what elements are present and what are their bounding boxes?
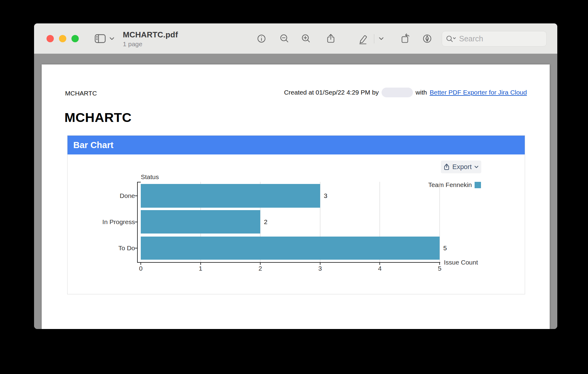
search-icon	[446, 35, 456, 43]
zoom-out-button[interactable]	[278, 32, 291, 45]
bar-to-do	[141, 237, 440, 260]
x-tick-label: 0	[139, 265, 143, 272]
rotate-button[interactable]	[399, 32, 412, 45]
minimize-button[interactable]	[59, 35, 66, 42]
exporter-link[interactable]: Better PDF Exporter for Jira Cloud	[430, 89, 527, 96]
with-text: with	[416, 89, 427, 96]
bar-done	[141, 184, 320, 208]
window-title: MCHARTC.pdf	[123, 30, 178, 40]
x-tick-label: 2	[258, 265, 262, 272]
category-label: In Progress	[83, 210, 135, 234]
share-icon	[325, 33, 337, 45]
pdf-viewer[interactable]: MCHARTC Created at 01/Sep/22 4:29 PM by …	[34, 54, 557, 329]
document-header-left: MCHARTC	[65, 90, 97, 97]
info-button[interactable]	[255, 32, 268, 45]
rotate-icon	[399, 33, 411, 45]
pdf-page: MCHARTC Created at 01/Sep/22 4:29 PM by …	[42, 64, 550, 329]
zoom-out-icon	[278, 33, 291, 45]
redacted-author	[382, 88, 413, 97]
search-field[interactable]	[442, 31, 547, 47]
created-at-text: Created at 01/Sep/22 4:29 PM by	[284, 89, 379, 96]
zoom-in-icon	[300, 33, 312, 45]
x-tick	[200, 262, 201, 265]
x-tick	[439, 262, 440, 265]
toolbar-divider	[374, 34, 374, 43]
x-tick	[320, 262, 320, 265]
x-tick	[260, 262, 261, 265]
document-header-right: Created at 01/Sep/22 4:29 PM by with Bet…	[284, 88, 527, 97]
info-icon	[255, 33, 268, 45]
search-input[interactable]	[459, 34, 543, 43]
markup-icon	[357, 33, 369, 45]
traffic-lights	[47, 35, 79, 42]
x-tick	[140, 262, 141, 265]
x-axis	[137, 262, 440, 263]
x-tick-label: 1	[199, 265, 202, 272]
window-title-block: MCHARTC.pdf 1 page	[123, 30, 178, 48]
markup-button[interactable]	[356, 32, 370, 45]
sidebar-icon	[94, 32, 107, 45]
x-tick-label: 4	[378, 265, 382, 272]
bar-chart-panel: Bar Chart Export Tea	[67, 135, 525, 294]
x-axis-title: Issue Count	[444, 259, 478, 266]
page-count: 1 page	[123, 40, 178, 48]
x-tick-label: 3	[318, 265, 322, 272]
preview-window: MCHARTC.pdf 1 page	[34, 23, 557, 329]
document-title: MCHARTC	[64, 110, 132, 125]
y-axis-cap	[138, 182, 141, 182]
x-tick	[379, 262, 380, 265]
panel-header: Bar Chart	[67, 136, 525, 154]
category-label: Done	[83, 184, 135, 208]
chart: 3Done2In Progress5To Do012345StatusIssue…	[67, 154, 525, 294]
zoom-button[interactable]	[71, 35, 79, 42]
titlebar: MCHARTC.pdf 1 page	[34, 23, 557, 54]
bar-in-progress	[141, 210, 260, 234]
x-tick-label: 5	[438, 265, 441, 272]
value-label: 5	[443, 237, 447, 260]
value-label: 3	[324, 184, 327, 208]
y-axis-title: Status	[141, 173, 159, 181]
share-button[interactable]	[324, 32, 337, 45]
category-label: To Do	[83, 237, 135, 260]
panel-body: Export Team Fennekin 3Done2In Progress5T…	[67, 154, 525, 294]
markup-options-button[interactable]	[376, 32, 387, 45]
close-button[interactable]	[47, 35, 54, 42]
pen-nib-icon	[421, 33, 433, 45]
sidebar-toggle-button[interactable]	[94, 32, 115, 45]
value-label: 2	[264, 210, 268, 234]
zoom-in-button[interactable]	[299, 32, 313, 45]
chevron-down-icon	[109, 32, 115, 45]
y-axis	[137, 182, 138, 263]
markup-chevron-icon	[378, 35, 385, 42]
fill-sign-button[interactable]	[420, 32, 434, 45]
